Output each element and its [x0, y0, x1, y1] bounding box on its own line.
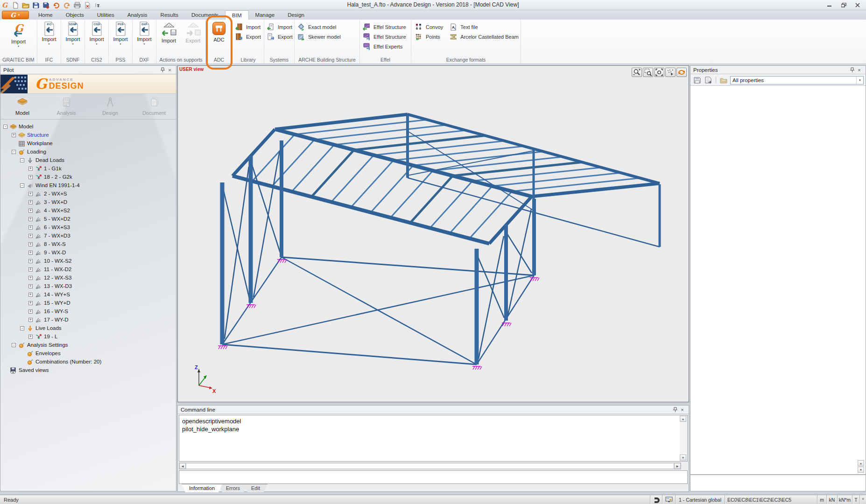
command-hscrollbar[interactable]: ◀ ▶	[179, 462, 681, 469]
pin-icon[interactable]	[849, 67, 856, 73]
model-3d-view[interactable]: ZX	[178, 66, 689, 402]
tab-objects[interactable]: Objects	[59, 10, 91, 20]
pin-icon[interactable]	[159, 67, 166, 73]
convoy-button[interactable]: Convoy	[415, 22, 443, 32]
tab-results[interactable]: Results	[154, 10, 185, 20]
tree-item[interactable]: Combinations (Number: 20)	[0, 357, 176, 366]
dxf-import-button[interactable]: DXF Import ▼	[134, 21, 155, 56]
expand-toggle[interactable]: +	[28, 301, 33, 305]
coordinate-system-cell[interactable]: 1 - Cartesian global	[675, 495, 725, 504]
expand-toggle[interactable]: -	[12, 343, 16, 347]
workplane-indicator-icon[interactable]	[662, 495, 675, 504]
tree-item[interactable]: +5 - WX+D2	[0, 215, 176, 223]
expand-toggle[interactable]: +	[28, 318, 33, 322]
supports-import-button[interactable]: Import	[158, 21, 180, 56]
tree-item[interactable]: +14 - WY+S	[0, 290, 176, 299]
expand-toggle[interactable]: +	[28, 217, 33, 221]
minimize-button[interactable]	[823, 1, 836, 9]
tree-item[interactable]: +8 - WX-S	[0, 240, 176, 248]
tab-analysis[interactable]: Analysis	[121, 10, 154, 20]
tree-item[interactable]: +10 - WX-S2	[0, 257, 176, 265]
expand-toggle[interactable]: +	[28, 335, 33, 339]
tree-item[interactable]: +12 - WX-S3	[0, 273, 176, 282]
pin-icon[interactable]	[672, 406, 679, 413]
pss-import-button[interactable]: PSS Import ▼	[110, 21, 131, 56]
tree-item[interactable]: +6 - WX+S3	[0, 223, 176, 231]
library-export-button[interactable]: Export	[235, 32, 261, 42]
tab-errors[interactable]: Errors	[218, 484, 247, 492]
tree-item[interactable]: Envelopes	[0, 349, 176, 357]
systems-export-button[interactable]: Export	[267, 32, 291, 42]
command-scrollbar[interactable]: ▲ ▼	[680, 416, 687, 461]
expand-toggle[interactable]: +	[28, 293, 33, 297]
tree-item[interactable]: +7 - WX+D3	[0, 231, 176, 240]
command-input[interactable]	[179, 470, 688, 484]
tree-item[interactable]: -Dead Loads	[0, 156, 176, 164]
systems-import-button[interactable]: Import	[267, 22, 291, 32]
tree-item[interactable]: -Analysis Settings	[0, 341, 176, 349]
open-button[interactable]	[21, 1, 30, 9]
new-document-button[interactable]	[11, 1, 20, 9]
adc-button[interactable]: ADC	[208, 21, 230, 56]
tree-item[interactable]: +19 - L	[0, 332, 176, 341]
properties-body[interactable]	[690, 86, 866, 474]
tree-item[interactable]: +13 - WX-D3	[0, 282, 176, 290]
command-history[interactable]: opendescriptivemodel pilot_hide_workplan…	[179, 415, 688, 462]
tree-item[interactable]: +4 - WX+S2	[0, 206, 176, 215]
tree-item[interactable]: +16 - WY-S	[0, 307, 176, 315]
expand-toggle[interactable]: +	[28, 242, 33, 246]
text-file-button[interactable]: A Text file	[450, 22, 519, 32]
cis2-import-button[interactable]: CIS2 Import ▼	[86, 21, 107, 56]
tree-item[interactable]: +9 - WX-D	[0, 248, 176, 257]
expand-toggle[interactable]: -	[12, 150, 16, 154]
expand-toggle[interactable]: +	[28, 309, 33, 314]
arcelor-castellated-beam-button[interactable]: Arcelor Castellated Beam	[450, 32, 519, 42]
tab-home[interactable]: Home	[32, 10, 59, 20]
expand-toggle[interactable]: +	[28, 192, 33, 196]
tab-information[interactable]: Information	[182, 484, 222, 492]
library-import-button[interactable]: Import	[235, 22, 261, 32]
properties-filter-dropdown[interactable]: All properties ▼	[730, 76, 864, 84]
expand-toggle[interactable]: +	[28, 234, 33, 238]
report-icon[interactable]	[704, 76, 713, 84]
expand-toggle[interactable]: +	[28, 259, 33, 263]
filter-icon[interactable]	[719, 76, 728, 84]
scrollbar-thumb[interactable]	[186, 463, 674, 469]
tree-item[interactable]: Saved views	[0, 366, 176, 374]
expand-toggle[interactable]: -	[20, 158, 24, 162]
expand-toggle[interactable]: +	[28, 284, 33, 288]
expand-toggle[interactable]: -	[20, 326, 24, 330]
save-all-button[interactable]	[42, 1, 50, 9]
expand-toggle[interactable]: +	[28, 267, 33, 272]
tree-item[interactable]: +Structure	[0, 131, 176, 139]
close-icon[interactable]: ×	[166, 67, 173, 73]
exact-model-button[interactable]: Exact model	[297, 22, 357, 32]
unit-moment-cell[interactable]: kN*m	[837, 495, 852, 504]
tab-design[interactable]: Design	[281, 10, 311, 20]
effel-experts-button[interactable]: Effel Experts	[363, 42, 408, 51]
tree-item[interactable]: +15 - WY+D	[0, 299, 176, 307]
graitec-bim-import-button[interactable]: G Import ▼	[8, 21, 29, 56]
points-button[interactable]: Points	[415, 32, 443, 42]
expand-toggle[interactable]: -	[3, 125, 7, 129]
expand-toggle[interactable]: +	[12, 133, 16, 137]
expand-toggle[interactable]: +	[28, 209, 33, 213]
unit-angle-cell[interactable]: °	[859, 495, 866, 504]
tab-edit[interactable]: Edit	[244, 484, 268, 492]
close-icon[interactable]: ×	[679, 406, 686, 413]
undo-button[interactable]	[52, 1, 61, 9]
tree-item[interactable]: -Live Loads	[0, 324, 176, 332]
expand-toggle[interactable]: -	[20, 183, 24, 188]
tree-item[interactable]: -Wind EN 1991-1-4	[0, 181, 176, 189]
tab-utilities[interactable]: Utilities	[91, 10, 121, 20]
tree-item[interactable]: +11 - WX-D2	[0, 265, 176, 273]
mode-model[interactable]: Model	[0, 94, 44, 119]
mode-document[interactable]: Document	[132, 94, 176, 119]
save-properties-icon[interactable]	[692, 76, 702, 84]
tree-item[interactable]: +2 - WX+S	[0, 189, 176, 198]
application-menu-button[interactable]: G▼	[2, 11, 29, 19]
expand-toggle[interactable]: +	[28, 200, 33, 204]
snap-toggle[interactable]	[650, 495, 662, 504]
scroll-left-icon[interactable]: ◀	[179, 463, 186, 469]
tree-item[interactable]: +17 - WY-D	[0, 315, 176, 324]
